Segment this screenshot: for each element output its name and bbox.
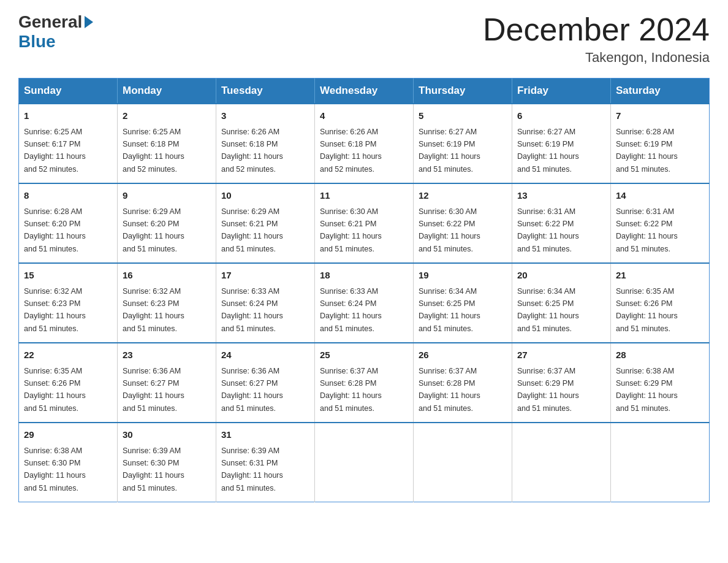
- title-section: December 2024 Takengon, Indonesia: [483, 12, 710, 66]
- calendar-cell: 25 Sunrise: 6:37 AMSunset: 6:28 PMDaylig…: [315, 343, 414, 423]
- calendar-cell: 4 Sunrise: 6:26 AMSunset: 6:18 PMDayligh…: [315, 104, 414, 183]
- day-number: 23: [123, 348, 211, 362]
- day-number: 12: [419, 189, 507, 203]
- day-info: Sunrise: 6:36 AMSunset: 6:27 PMDaylight:…: [123, 367, 184, 413]
- calendar-cell: 1 Sunrise: 6:25 AMSunset: 6:17 PMDayligh…: [19, 104, 118, 183]
- calendar-cell: 10 Sunrise: 6:29 AMSunset: 6:21 PMDaylig…: [216, 183, 315, 263]
- day-number: 5: [419, 109, 507, 123]
- calendar-cell: 30 Sunrise: 6:39 AMSunset: 6:30 PMDaylig…: [118, 423, 216, 502]
- day-number: 6: [517, 109, 605, 123]
- page-header: General Blue December 2024 Takengon, Ind…: [18, 12, 710, 66]
- calendar-cell: 29 Sunrise: 6:38 AMSunset: 6:30 PMDaylig…: [19, 423, 118, 502]
- day-info: Sunrise: 6:33 AMSunset: 6:24 PMDaylight:…: [221, 287, 283, 333]
- calendar-cell: 16 Sunrise: 6:32 AMSunset: 6:23 PMDaylig…: [118, 263, 216, 343]
- day-info: Sunrise: 6:38 AMSunset: 6:29 PMDaylight:…: [616, 367, 678, 413]
- calendar-cell: 5 Sunrise: 6:27 AMSunset: 6:19 PMDayligh…: [414, 104, 512, 183]
- day-number: 22: [24, 348, 112, 362]
- header-monday: Monday: [118, 79, 216, 104]
- day-number: 25: [320, 348, 408, 362]
- logo-blue-text: Blue: [18, 32, 56, 52]
- day-info: Sunrise: 6:30 AMSunset: 6:22 PMDaylight:…: [419, 207, 480, 253]
- calendar-cell: 19 Sunrise: 6:34 AMSunset: 6:25 PMDaylig…: [414, 263, 512, 343]
- calendar-cell: 3 Sunrise: 6:26 AMSunset: 6:18 PMDayligh…: [216, 104, 315, 183]
- calendar-cell: 7 Sunrise: 6:28 AMSunset: 6:19 PMDayligh…: [611, 104, 710, 183]
- day-number: 21: [616, 269, 704, 283]
- header-thursday: Thursday: [414, 79, 512, 104]
- header-friday: Friday: [512, 79, 611, 104]
- calendar-cell: 11 Sunrise: 6:30 AMSunset: 6:21 PMDaylig…: [315, 183, 414, 263]
- calendar-cell: 22 Sunrise: 6:35 AMSunset: 6:26 PMDaylig…: [19, 343, 118, 423]
- header-wednesday: Wednesday: [315, 79, 414, 104]
- day-info: Sunrise: 6:34 AMSunset: 6:25 PMDaylight:…: [419, 287, 480, 333]
- calendar-week-5: 29 Sunrise: 6:38 AMSunset: 6:30 PMDaylig…: [19, 423, 710, 502]
- day-number: 11: [320, 189, 408, 203]
- day-number: 17: [221, 269, 309, 283]
- calendar-cell: 31 Sunrise: 6:39 AMSunset: 6:31 PMDaylig…: [216, 423, 315, 502]
- day-number: 10: [221, 189, 309, 203]
- day-info: Sunrise: 6:25 AMSunset: 6:17 PMDaylight:…: [24, 128, 86, 174]
- calendar-week-1: 1 Sunrise: 6:25 AMSunset: 6:17 PMDayligh…: [19, 104, 710, 183]
- calendar-cell: 2 Sunrise: 6:25 AMSunset: 6:18 PMDayligh…: [118, 104, 216, 183]
- calendar-cell: 14 Sunrise: 6:31 AMSunset: 6:22 PMDaylig…: [611, 183, 710, 263]
- day-info: Sunrise: 6:31 AMSunset: 6:22 PMDaylight:…: [517, 207, 579, 253]
- day-info: Sunrise: 6:26 AMSunset: 6:18 PMDaylight:…: [221, 128, 283, 174]
- day-info: Sunrise: 6:29 AMSunset: 6:20 PMDaylight:…: [123, 207, 184, 253]
- day-number: 31: [221, 428, 309, 442]
- day-number: 13: [517, 189, 605, 203]
- location: Takengon, Indonesia: [483, 50, 710, 66]
- day-info: Sunrise: 6:31 AMSunset: 6:22 PMDaylight:…: [616, 207, 678, 253]
- day-number: 9: [123, 189, 211, 203]
- day-info: Sunrise: 6:26 AMSunset: 6:18 PMDaylight:…: [320, 128, 382, 174]
- day-info: Sunrise: 6:32 AMSunset: 6:23 PMDaylight:…: [123, 287, 184, 333]
- day-number: 29: [24, 428, 112, 442]
- logo-general-text: General: [18, 12, 82, 32]
- day-info: Sunrise: 6:30 AMSunset: 6:21 PMDaylight:…: [320, 207, 382, 253]
- day-number: 27: [517, 348, 605, 362]
- calendar-cell: [512, 423, 611, 502]
- header-saturday: Saturday: [611, 79, 710, 104]
- day-number: 3: [221, 109, 309, 123]
- month-title: December 2024: [483, 12, 710, 47]
- logo: General Blue: [18, 12, 93, 52]
- calendar-cell: 13 Sunrise: 6:31 AMSunset: 6:22 PMDaylig…: [512, 183, 611, 263]
- day-info: Sunrise: 6:37 AMSunset: 6:28 PMDaylight:…: [419, 367, 480, 413]
- day-info: Sunrise: 6:25 AMSunset: 6:18 PMDaylight:…: [123, 128, 184, 174]
- day-info: Sunrise: 6:32 AMSunset: 6:23 PMDaylight:…: [24, 287, 86, 333]
- day-info: Sunrise: 6:27 AMSunset: 6:19 PMDaylight:…: [517, 128, 579, 174]
- day-info: Sunrise: 6:28 AMSunset: 6:19 PMDaylight:…: [616, 128, 678, 174]
- header-sunday: Sunday: [19, 79, 118, 104]
- day-info: Sunrise: 6:35 AMSunset: 6:26 PMDaylight:…: [24, 367, 86, 413]
- day-info: Sunrise: 6:28 AMSunset: 6:20 PMDaylight:…: [24, 207, 86, 253]
- header-tuesday: Tuesday: [216, 79, 315, 104]
- calendar-cell: 17 Sunrise: 6:33 AMSunset: 6:24 PMDaylig…: [216, 263, 315, 343]
- day-info: Sunrise: 6:27 AMSunset: 6:19 PMDaylight:…: [419, 128, 480, 174]
- day-number: 26: [419, 348, 507, 362]
- day-info: Sunrise: 6:37 AMSunset: 6:28 PMDaylight:…: [320, 367, 382, 413]
- day-number: 19: [419, 269, 507, 283]
- logo-arrow-icon: [85, 16, 93, 28]
- calendar-cell: 21 Sunrise: 6:35 AMSunset: 6:26 PMDaylig…: [611, 263, 710, 343]
- day-info: Sunrise: 6:33 AMSunset: 6:24 PMDaylight:…: [320, 287, 382, 333]
- calendar-cell: 9 Sunrise: 6:29 AMSunset: 6:20 PMDayligh…: [118, 183, 216, 263]
- calendar-week-4: 22 Sunrise: 6:35 AMSunset: 6:26 PMDaylig…: [19, 343, 710, 423]
- day-number: 28: [616, 348, 704, 362]
- calendar-week-3: 15 Sunrise: 6:32 AMSunset: 6:23 PMDaylig…: [19, 263, 710, 343]
- calendar-cell: 12 Sunrise: 6:30 AMSunset: 6:22 PMDaylig…: [414, 183, 512, 263]
- day-number: 16: [123, 269, 211, 283]
- calendar-cell: 20 Sunrise: 6:34 AMSunset: 6:25 PMDaylig…: [512, 263, 611, 343]
- day-info: Sunrise: 6:36 AMSunset: 6:27 PMDaylight:…: [221, 367, 283, 413]
- day-number: 7: [616, 109, 704, 123]
- day-number: 15: [24, 269, 112, 283]
- calendar-cell: [315, 423, 414, 502]
- calendar-cell: 28 Sunrise: 6:38 AMSunset: 6:29 PMDaylig…: [611, 343, 710, 423]
- calendar-cell: 23 Sunrise: 6:36 AMSunset: 6:27 PMDaylig…: [118, 343, 216, 423]
- calendar-cell: 27 Sunrise: 6:37 AMSunset: 6:29 PMDaylig…: [512, 343, 611, 423]
- calendar-cell: 18 Sunrise: 6:33 AMSunset: 6:24 PMDaylig…: [315, 263, 414, 343]
- calendar-cell: 24 Sunrise: 6:36 AMSunset: 6:27 PMDaylig…: [216, 343, 315, 423]
- day-number: 8: [24, 189, 112, 203]
- calendar-table: SundayMondayTuesdayWednesdayThursdayFrid…: [18, 78, 710, 502]
- day-number: 4: [320, 109, 408, 123]
- calendar-cell: 15 Sunrise: 6:32 AMSunset: 6:23 PMDaylig…: [19, 263, 118, 343]
- day-number: 1: [24, 109, 112, 123]
- day-number: 30: [123, 428, 211, 442]
